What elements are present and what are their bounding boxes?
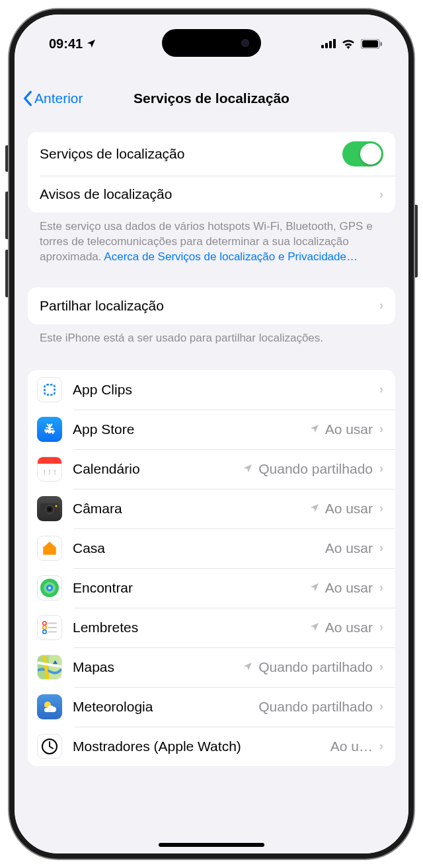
app-status: Quando partilhado: [258, 699, 373, 715]
power-button[interactable]: [414, 205, 418, 277]
weather-icon: [37, 694, 62, 719]
app-name: Mostradores (Apple Watch): [73, 739, 330, 754]
chevron-right-icon: ›: [379, 660, 383, 674]
appclips-icon: [37, 377, 62, 402]
back-label: Anterior: [34, 90, 83, 106]
svg-rect-3: [333, 39, 336, 48]
chevron-right-icon: ›: [379, 700, 383, 713]
location-alerts-label: Avisos de localização: [40, 186, 373, 202]
app-name: Lembretes: [73, 620, 309, 635]
location-indicator-icon: [243, 659, 253, 675]
app-row-appclips[interactable]: App Clips›: [28, 370, 395, 410]
privacy-link[interactable]: Acerca de Serviços de localização e Priv…: [104, 250, 358, 263]
chevron-right-icon: ›: [379, 188, 383, 201]
phone-frame: 09:41 Anterior: [9, 9, 414, 859]
app-row-reminders[interactable]: LembretesAo usar›: [28, 608, 395, 647]
findmy-icon: [37, 575, 62, 600]
chevron-right-icon: ›: [379, 422, 383, 436]
app-row-camera[interactable]: CâmaraAo usar›: [28, 489, 395, 528]
back-button[interactable]: Anterior: [22, 90, 83, 106]
row-share-location[interactable]: Partilhar localização ›: [28, 287, 395, 324]
dynamic-island: [162, 29, 261, 57]
svg-point-11: [56, 505, 58, 507]
page-title: Serviços de localização: [134, 90, 289, 106]
app-name: Câmara: [73, 501, 309, 517]
screen: 09:41 Anterior: [15, 15, 408, 853]
chevron-left-icon: [22, 90, 33, 106]
app-name: App Store: [73, 421, 309, 437]
appstore-icon: [37, 417, 62, 442]
section1-footer: Este serviço usa dados de vários hotspot…: [28, 213, 395, 268]
app-row-watch[interactable]: Mostradores (Apple Watch)Ao u…›: [28, 727, 395, 766]
svg-rect-5: [362, 40, 378, 48]
app-name: Mapas: [73, 659, 243, 675]
app-name: Casa: [73, 540, 325, 556]
calendar-icon: ⋮⋮⋮: [37, 456, 62, 482]
home-icon: [37, 536, 62, 561]
app-row-maps[interactable]: MapasQuando partilhado›: [28, 647, 395, 687]
app-status: Ao usar: [325, 580, 373, 596]
reminders-icon: [37, 615, 62, 640]
svg-point-10: [48, 507, 52, 511]
chevron-right-icon: ›: [379, 541, 383, 555]
location-indicator-icon: [243, 461, 253, 477]
location-services-toggle[interactable]: [342, 141, 383, 166]
nav-bar: Anterior Serviços de localização: [15, 81, 408, 116]
location-indicator-icon: [309, 421, 320, 437]
location-indicator-icon: [309, 501, 320, 517]
section-share-location: Partilhar localização ›: [28, 287, 395, 324]
svg-rect-6: [381, 42, 383, 46]
chevron-right-icon: ›: [379, 382, 383, 396]
chevron-right-icon: ›: [379, 739, 383, 753]
app-status: Quando partilhado: [258, 461, 373, 477]
row-location-alerts[interactable]: Avisos de localização ›: [28, 176, 395, 213]
maps-icon: [37, 655, 62, 680]
chevron-right-icon: ›: [379, 620, 383, 634]
app-row-findmy[interactable]: EncontrarAo usar›: [28, 568, 395, 608]
app-status: Ao usar: [325, 540, 373, 556]
chevron-right-icon: ›: [379, 299, 383, 312]
app-status: Quando partilhado: [258, 659, 373, 675]
share-location-label: Partilhar localização: [40, 298, 373, 314]
app-status: Ao usar: [325, 501, 373, 517]
svg-rect-1: [325, 43, 328, 48]
location-indicator-icon: [309, 620, 320, 635]
cellular-icon: [321, 39, 336, 48]
content[interactable]: Serviços de localização Avisos de locali…: [15, 127, 408, 853]
app-status: Ao usar: [325, 421, 373, 437]
app-row-calendar[interactable]: ⋮⋮⋮CalendárioQuando partilhado›: [28, 449, 395, 489]
chevron-right-icon: ›: [379, 462, 383, 476]
svg-rect-2: [329, 41, 332, 48]
location-services-label: Serviços de localização: [40, 146, 342, 162]
app-row-appstore[interactable]: App StoreAo usar›: [28, 410, 395, 449]
svg-point-17: [43, 626, 46, 629]
chevron-right-icon: ›: [379, 581, 383, 595]
app-name: Meteorologia: [73, 699, 258, 715]
home-indicator[interactable]: [159, 843, 264, 847]
row-location-services[interactable]: Serviços de localização: [28, 132, 395, 176]
watch-icon: [37, 734, 62, 759]
camera-icon: [37, 496, 62, 521]
app-name: Calendário: [73, 461, 243, 477]
svg-rect-7: [44, 384, 54, 394]
section-apps: App Clips›App StoreAo usar›⋮⋮⋮Calendário…: [28, 370, 395, 766]
app-status: Ao u…: [330, 739, 373, 754]
app-row-home[interactable]: CasaAo usar›: [28, 528, 395, 568]
app-status: Ao usar: [325, 620, 373, 635]
battery-icon: [361, 39, 382, 49]
svg-point-15: [48, 587, 51, 589]
section-location-services: Serviços de localização Avisos de locali…: [28, 132, 395, 213]
wifi-icon: [341, 38, 356, 49]
location-indicator-icon: [309, 580, 320, 596]
app-name: Encontrar: [73, 580, 309, 596]
location-icon: [86, 38, 96, 49]
app-name: App Clips: [73, 382, 373, 398]
chevron-right-icon: ›: [379, 501, 383, 515]
status-time: 09:41: [49, 36, 83, 52]
svg-point-18: [43, 630, 46, 633]
app-row-weather[interactable]: MeteorologiaQuando partilhado›: [28, 687, 395, 727]
section2-footer: Este iPhone está a ser usado para partil…: [28, 324, 395, 349]
svg-point-16: [43, 622, 46, 625]
svg-rect-0: [321, 45, 324, 48]
